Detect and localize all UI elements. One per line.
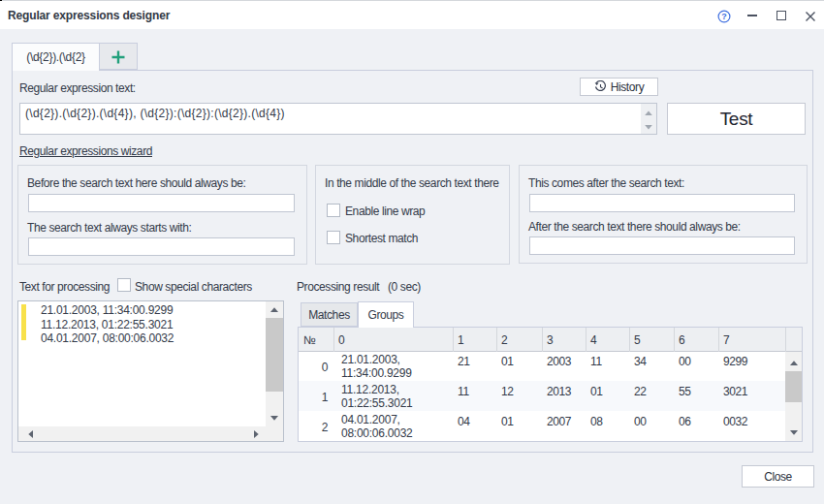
svg-text:?: ? — [721, 12, 727, 21]
